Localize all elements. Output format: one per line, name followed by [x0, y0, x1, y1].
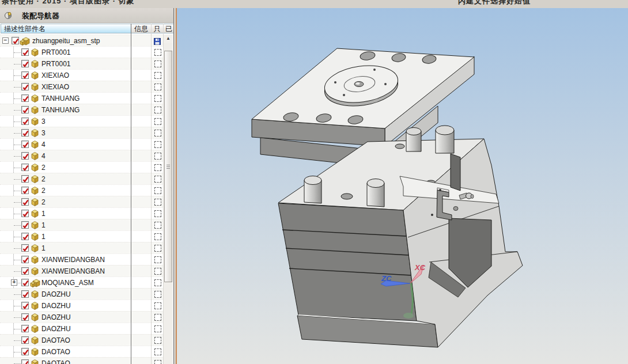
- node-checkbox[interactable]: [21, 152, 29, 160]
- tree-item-3[interactable]: 3: [0, 127, 164, 138]
- column-header-name[interactable]: 描述性部件名: [1, 24, 131, 33]
- tree-item-4[interactable]: 4: [0, 150, 164, 161]
- node-checkbox[interactable]: [21, 94, 29, 102]
- readonly-checkbox[interactable]: [154, 84, 161, 90]
- node-checkbox[interactable]: [21, 244, 29, 252]
- node-checkbox[interactable]: [21, 198, 29, 206]
- readonly-checkbox[interactable]: [154, 164, 161, 171]
- readonly-checkbox[interactable]: [154, 222, 161, 229]
- column-separator: [131, 24, 131, 364]
- node-checkbox[interactable]: [21, 279, 29, 286]
- tree-item-DAOZHU[interactable]: DAOZHU: [0, 288, 164, 299]
- node-checkbox[interactable]: [21, 210, 29, 217]
- column-header-readonly[interactable]: 只: [152, 24, 164, 33]
- tree-item-DAOTAO[interactable]: DAOTAO: [0, 346, 164, 357]
- tree-item-MOQIANG_ASM[interactable]: +MOQIANG_ASM: [0, 276, 164, 288]
- tree-item-1[interactable]: 1: [0, 230, 164, 242]
- node-checkbox[interactable]: [21, 141, 29, 148]
- readonly-checkbox[interactable]: [154, 107, 161, 113]
- tree-item-1[interactable]: 1: [0, 207, 164, 219]
- readonly-checkbox[interactable]: [154, 279, 161, 286]
- node-checkbox[interactable]: [21, 106, 29, 113]
- column-header-info[interactable]: 信息: [131, 24, 152, 33]
- node-checkbox[interactable]: [21, 267, 29, 275]
- node-checkbox[interactable]: [21, 336, 29, 344]
- readonly-checkbox[interactable]: [154, 95, 161, 102]
- tree-item-zhuangpeitu_asm_stp[interactable]: −zhuangpeitu_asm_stp: [0, 35, 164, 46]
- readonly-checkbox[interactable]: [154, 268, 161, 275]
- tree-vertical-scrollbar[interactable]: ▲: [164, 35, 173, 364]
- tree-item-1[interactable]: 1: [0, 242, 164, 253]
- tree-connector-stub: [14, 52, 21, 53]
- node-checkbox[interactable]: [21, 60, 29, 67]
- tree-item-DAOZHU[interactable]: DAOZHU: [0, 311, 164, 323]
- readonly-checkbox[interactable]: [154, 72, 161, 79]
- node-checkbox[interactable]: [21, 256, 29, 263]
- node-checkbox[interactable]: [12, 37, 19, 44]
- collapse-icon[interactable]: −: [2, 37, 9, 44]
- tree-item-PRT0001[interactable]: PRT0001: [0, 58, 164, 69]
- node-checkbox[interactable]: [21, 313, 29, 321]
- node-checkbox[interactable]: [21, 302, 29, 309]
- readonly-checkbox[interactable]: [154, 130, 161, 136]
- node-checkbox[interactable]: [21, 48, 29, 56]
- readonly-checkbox[interactable]: [154, 314, 161, 321]
- tree-item-2[interactable]: 2: [0, 184, 164, 196]
- node-checkbox[interactable]: [21, 325, 29, 332]
- tree-item-XIEXIAO[interactable]: XIEXIAO: [0, 69, 164, 81]
- scrollbar-thumb[interactable]: [164, 51, 172, 282]
- graphics-viewport[interactable]: ZC XC: [176, 3, 628, 364]
- node-checkbox[interactable]: [21, 117, 29, 125]
- node-checkbox[interactable]: [21, 83, 29, 90]
- tree-item-2[interactable]: 2: [0, 196, 164, 207]
- readonly-checkbox[interactable]: [154, 256, 161, 263]
- readonly-checkbox[interactable]: [154, 291, 161, 298]
- tree-item-1[interactable]: 1: [0, 219, 164, 230]
- readonly-checkbox[interactable]: [154, 60, 161, 67]
- tree-item-DAOTAO[interactable]: DAOTAO: [0, 357, 164, 364]
- readonly-checkbox[interactable]: [154, 199, 161, 206]
- readonly-checkbox[interactable]: [154, 176, 161, 183]
- tree-item-XIANWEIDANGBAN[interactable]: XIANWEIDANGBAN: [0, 253, 164, 265]
- node-checkbox[interactable]: [21, 164, 29, 171]
- tree-item-TANHUANG[interactable]: TANHUANG: [0, 92, 164, 104]
- tree-item-DAOZHU[interactable]: DAOZHU: [0, 299, 164, 311]
- readonly-checkbox[interactable]: [154, 325, 161, 332]
- readonly-checkbox[interactable]: [154, 337, 161, 344]
- node-label: 3: [41, 117, 46, 126]
- node-checkbox[interactable]: [21, 221, 29, 229]
- readonly-checkbox[interactable]: [154, 360, 161, 364]
- scrollbar-up-arrow-icon[interactable]: ▲: [164, 35, 173, 43]
- node-checkbox[interactable]: [21, 71, 29, 79]
- readonly-checkbox[interactable]: [154, 245, 161, 252]
- node-checkbox[interactable]: [21, 348, 29, 355]
- tree-item-XIEXIAO[interactable]: XIEXIAO: [0, 81, 164, 92]
- readonly-checkbox[interactable]: [154, 153, 161, 160]
- tree-item-3[interactable]: 3: [0, 115, 164, 127]
- tree-item-4[interactable]: 4: [0, 138, 164, 150]
- node-checkbox[interactable]: [21, 129, 29, 136]
- node-checkbox[interactable]: [21, 233, 29, 240]
- tree-item-XIANWEIDANGBAN[interactable]: XIANWEIDANGBAN: [0, 265, 164, 276]
- expand-icon[interactable]: +: [11, 279, 17, 286]
- node-checkbox[interactable]: [21, 290, 29, 298]
- readonly-checkbox[interactable]: [154, 49, 161, 56]
- readonly-checkbox[interactable]: [154, 187, 161, 194]
- node-checkbox[interactable]: [21, 359, 29, 364]
- node-checkbox[interactable]: [21, 175, 29, 183]
- readonly-checkbox[interactable]: [154, 348, 161, 355]
- tree-item-2[interactable]: 2: [0, 161, 164, 173]
- tree-item-DAOZHU[interactable]: DAOZHU: [0, 323, 164, 334]
- tree-item-TANHUANG[interactable]: TANHUANG: [0, 104, 164, 115]
- readonly-checkbox[interactable]: [154, 141, 161, 148]
- tree-item-2[interactable]: 2: [0, 173, 164, 184]
- tree-item-PRT0001[interactable]: PRT0001: [0, 46, 164, 58]
- tree-connector-stub: [14, 156, 21, 157]
- node-checkbox[interactable]: [21, 187, 29, 194]
- readonly-checkbox[interactable]: [154, 233, 161, 240]
- readonly-checkbox[interactable]: [154, 118, 161, 125]
- column-header-modified[interactable]: 已: [164, 24, 174, 33]
- readonly-checkbox[interactable]: [154, 210, 161, 217]
- tree-item-DAOTAO[interactable]: DAOTAO: [0, 334, 164, 346]
- readonly-checkbox[interactable]: [154, 302, 161, 309]
